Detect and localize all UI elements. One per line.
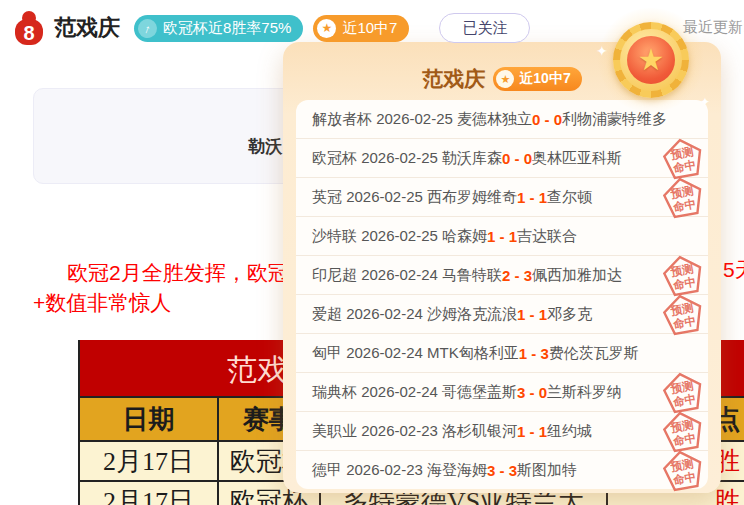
prediction-hit-stamp-icon: 预测 命中 xyxy=(659,173,708,222)
svg-text:命中: 命中 xyxy=(671,197,697,213)
match-info: 美职业 2026-02-23 洛杉矶银河 xyxy=(312,422,517,441)
prediction-row[interactable]: 欧冠杯 2026-02-25 勒沃库森0 - 0奥林匹亚科斯 预测 命中 xyxy=(296,139,708,178)
svg-text:命中: 命中 xyxy=(671,158,697,174)
svg-text:命中: 命中 xyxy=(671,470,697,486)
svg-text:命中: 命中 xyxy=(671,431,697,447)
match-score: 1 - 1 xyxy=(517,189,547,206)
away-team: 奥林匹亚科斯 xyxy=(532,149,622,168)
away-team: 邓多克 xyxy=(547,305,592,324)
promo-text-line1-right: 5天 xyxy=(723,256,744,284)
match-score: 3 - 0 xyxy=(517,384,547,401)
match-info: 印尼超 2026-02-24 马鲁特联 xyxy=(312,266,502,285)
followed-button[interactable]: 已关注 xyxy=(439,13,530,43)
match-score: 1 - 3 xyxy=(519,345,549,362)
match-score: 1 - 1 xyxy=(517,423,547,440)
away-team: 兰斯科罗纳 xyxy=(547,383,622,402)
match-card-text: 勒沃 xyxy=(248,135,282,158)
win-rate-badge-label: 欧冠杯近8胜率75% xyxy=(163,19,291,38)
away-team: 费伦茨瓦罗斯 xyxy=(549,344,639,363)
match-score: 0 - 0 xyxy=(532,111,562,128)
cell-date: 2月17日 xyxy=(80,482,219,505)
up-arrow-icon: ↑ xyxy=(135,16,159,40)
away-team: 查尔顿 xyxy=(547,188,592,207)
popup-streak-badge: ★ 近10中7 xyxy=(493,67,581,91)
away-team: 吉达联合 xyxy=(517,227,577,246)
prediction-row[interactable]: 沙特联 2026-02-25 哈森姆1 - 1吉达联合 预测 命中 xyxy=(296,217,708,256)
streak-badge: ★ 近10中7 xyxy=(313,15,409,42)
match-score: 1 - 1 xyxy=(517,306,547,323)
match-info: 英冠 2026-02-25 西布罗姆维奇 xyxy=(312,188,517,207)
expert-name: 范戏庆 xyxy=(54,13,120,43)
last-update-label: 最近更新: xyxy=(683,18,744,37)
prediction-row[interactable]: 美职业 2026-02-23 洛杉矶银河1 - 1纽约城 预测 命中 xyxy=(296,412,708,451)
popup-expert-name: 范戏庆 xyxy=(422,65,485,93)
star-icon: ★ xyxy=(496,70,514,88)
match-score: 1 - 1 xyxy=(487,228,517,245)
header-date: 日期 xyxy=(80,398,219,440)
svg-text:8: 8 xyxy=(23,22,34,44)
star-icon: ★ xyxy=(317,19,336,38)
popup-streak-badge-label: 近10中7 xyxy=(519,70,570,88)
win-rate-badge: ↑ 欧冠杯近8胜率75% xyxy=(134,15,303,42)
match-info: 欧冠杯 2026-02-25 勒沃库森 xyxy=(312,149,502,168)
match-score: 2 - 3 xyxy=(502,267,532,284)
svg-text:命中: 命中 xyxy=(671,392,697,408)
sparkle-icon: ✦ xyxy=(700,96,710,108)
streak-badge-label: 近10中7 xyxy=(342,19,397,38)
away-team: 纽约城 xyxy=(547,422,592,441)
match-info: 匈甲 2026-02-24 MTK匈格利亚 xyxy=(312,344,519,363)
svg-text:命中: 命中 xyxy=(671,275,697,291)
svg-text:命中: 命中 xyxy=(671,314,697,330)
match-info: 爱超 2026-02-24 沙姆洛克流浪 xyxy=(312,305,517,324)
prediction-row[interactable]: 爱超 2026-02-24 沙姆洛克流浪1 - 1邓多克 预测 命中 xyxy=(296,295,708,334)
match-info: 瑞典杯 2026-02-24 哥德堡盖斯 xyxy=(312,383,517,402)
match-info: 沙特联 2026-02-25 哈森姆 xyxy=(312,227,487,246)
promo-text-line1: 欧冠2月全胜发挥，欧冠近 xyxy=(67,259,310,287)
away-team: 斯图加特 xyxy=(517,461,577,480)
match-info: 德甲 2026-02-23 海登海姆 xyxy=(312,461,487,480)
match-info: 解放者杯 2026-02-25 麦德林独立 xyxy=(312,110,532,129)
cell-date: 2月17日 xyxy=(80,442,219,480)
away-team: 利物浦蒙特维多 xyxy=(562,110,667,129)
prediction-hit-stamp-icon: 预测 命中 xyxy=(659,290,708,339)
promo-text-line2: +数值非常惊人 xyxy=(33,289,171,317)
prediction-row[interactable]: 德甲 2026-02-23 海登海姆3 - 3斯图加特 预测 命中 xyxy=(296,451,708,489)
prediction-row[interactable]: 瑞典杯 2026-02-24 哥德堡盖斯3 - 0兰斯科罗纳 预测 命中 xyxy=(296,373,708,412)
match-score: 0 - 0 xyxy=(502,150,532,167)
site-logo-icon[interactable]: 8 xyxy=(14,10,44,46)
prediction-row[interactable]: 匈甲 2026-02-24 MTK匈格利亚1 - 3费伦茨瓦罗斯 预测 命中 xyxy=(296,334,708,373)
prediction-list: 解放者杯 2026-02-25 麦德林独立0 - 0利物浦蒙特维多 预测 命中 … xyxy=(296,100,708,489)
match-score: 3 - 3 xyxy=(487,462,517,479)
prediction-hit-stamp-icon: 预测 命中 xyxy=(659,446,708,495)
top-bar: 8 范戏庆 ↑ 欧冠杯近8胜率75% ★ 近10中7 已关注 最近更新: xyxy=(0,0,744,56)
prediction-row[interactable]: 印尼超 2026-02-24 马鲁特联2 - 3佩西加雅加达 预测 命中 xyxy=(296,256,708,295)
prediction-row[interactable]: 英冠 2026-02-25 西布罗姆维奇1 - 1查尔顿 预测 命中 xyxy=(296,178,708,217)
away-team: 佩西加雅加达 xyxy=(532,266,622,285)
table-title-text: 范戏 xyxy=(227,350,287,391)
